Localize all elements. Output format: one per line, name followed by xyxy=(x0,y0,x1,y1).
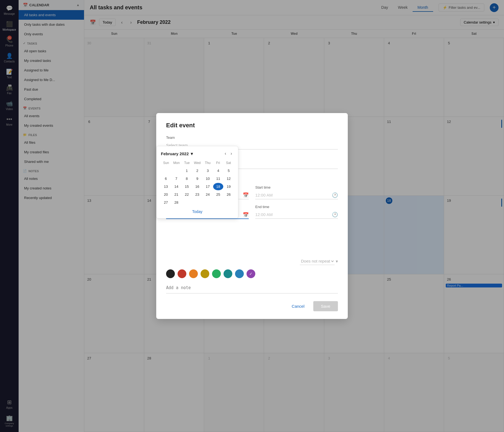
dp-day-14[interactable]: 14 xyxy=(171,183,181,190)
dp-day-13[interactable]: 13 xyxy=(161,183,171,190)
dp-day-23[interactable]: 23 xyxy=(192,191,202,198)
datepicker-month-label[interactable]: February 2022 ▼ xyxy=(161,151,194,156)
color-olive[interactable] xyxy=(201,269,209,278)
dp-weekday-sun: Sun xyxy=(161,160,171,166)
team-label: Team xyxy=(166,136,338,140)
dp-day-27[interactable]: 27 xyxy=(161,199,171,206)
dp-weekday-sat: Sat xyxy=(223,160,234,166)
cancel-button[interactable]: Cancel xyxy=(287,302,309,311)
datepicker-nav: ‹ › xyxy=(223,151,234,157)
color-red[interactable] xyxy=(178,269,186,278)
dp-day-3[interactable]: 3 xyxy=(203,167,213,174)
end-time-wrap: 🕐 xyxy=(255,211,338,219)
datepicker-dropdown-icon: ▼ xyxy=(190,151,194,156)
dp-day-12[interactable]: 12 xyxy=(224,175,234,182)
dp-weekday-wed: Wed xyxy=(192,160,202,166)
dp-day-22[interactable]: 22 xyxy=(182,191,192,198)
note-group xyxy=(166,284,338,295)
dp-day-17[interactable]: 17 xyxy=(203,183,213,190)
dp-day-15[interactable]: 15 xyxy=(182,183,192,190)
end-time-clock-icon: 🕐 xyxy=(332,212,338,218)
start-time-input[interactable] xyxy=(255,191,338,199)
dp-day-7[interactable]: 7 xyxy=(171,175,181,182)
dp-day-empty3 xyxy=(182,199,192,206)
start-time-label: Start time xyxy=(255,185,338,189)
modal-title: Edit event xyxy=(166,122,338,129)
color-purple[interactable] xyxy=(247,269,255,278)
dp-day-empty4 xyxy=(192,199,202,206)
modal-footer: Cancel Save xyxy=(166,301,338,311)
dp-day-25[interactable]: 25 xyxy=(213,191,223,198)
datepicker-prev-button[interactable]: ‹ xyxy=(223,151,228,157)
color-orange[interactable] xyxy=(189,269,198,278)
dp-day-empty6 xyxy=(213,199,223,206)
dp-day-20[interactable]: 20 xyxy=(161,191,171,198)
color-picker-row xyxy=(166,269,338,278)
color-green[interactable] xyxy=(212,269,221,278)
dp-weekday-tue: Tue xyxy=(182,160,192,166)
dp-day-28[interactable]: 28 xyxy=(171,199,181,206)
datepicker-next-button[interactable]: › xyxy=(229,151,234,157)
dp-day-10[interactable]: 10 xyxy=(203,175,213,182)
dp-day-5[interactable]: 5 xyxy=(224,167,234,174)
dp-day-2[interactable]: 2 xyxy=(192,167,202,174)
dp-day-19[interactable]: 19 xyxy=(224,183,234,190)
dp-day-24[interactable]: 24 xyxy=(203,191,213,198)
datepicker-header: February 2022 ▼ ‹ › xyxy=(161,151,234,157)
color-black[interactable] xyxy=(166,269,175,278)
edit-event-modal: Edit event Team Event title All day Star… xyxy=(156,113,348,319)
repeats-select[interactable]: Does not repeat xyxy=(300,257,335,265)
dp-day-16[interactable]: 16 xyxy=(192,183,202,190)
datepicker-weekdays: Sun Mon Tue Wed Thu Fri Sat xyxy=(161,160,234,166)
dp-weekday-mon: Mon xyxy=(171,160,182,166)
color-blue[interactable] xyxy=(235,269,244,278)
start-time-wrap: 🕐 xyxy=(255,191,338,199)
dp-day-empty1 xyxy=(161,167,171,174)
dp-day-empty2 xyxy=(171,167,181,174)
end-date-calendar-icon[interactable]: 📅 xyxy=(243,212,249,218)
dp-day-9[interactable]: 9 xyxy=(192,175,202,182)
datepicker-today-button[interactable]: Today xyxy=(161,209,234,214)
note-input[interactable] xyxy=(166,284,338,293)
dp-day-8[interactable]: 8 xyxy=(182,175,192,182)
repeats-row: Does not repeat ▾ xyxy=(166,257,338,265)
dp-day-11[interactable]: 11 xyxy=(213,175,223,182)
datepicker-popup: February 2022 ▼ ‹ › Sun Mon Tue Wed Thu … xyxy=(156,146,238,218)
end-time-group: End time 🕐 xyxy=(255,205,338,219)
dp-day-empty7 xyxy=(224,199,234,206)
dp-day-26[interactable]: 26 xyxy=(224,191,234,198)
start-time-group: Start time 🕐 xyxy=(255,185,338,199)
modal-overlay[interactable]: Edit event Team Event title All day Star… xyxy=(0,0,504,432)
end-time-input[interactable] xyxy=(255,211,338,219)
save-button[interactable]: Save xyxy=(313,301,338,311)
datepicker-days: 1 2 3 4 5 6 7 8 9 10 11 12 13 14 15 16 1… xyxy=(161,167,234,206)
dp-day-18[interactable]: 18 xyxy=(213,183,223,190)
dp-weekday-fri: Fri xyxy=(213,160,223,166)
dp-day-21[interactable]: 21 xyxy=(171,191,181,198)
start-date-calendar-icon[interactable]: 📅 xyxy=(243,192,249,198)
dp-weekday-thu: Thu xyxy=(202,160,213,166)
dp-day-empty5 xyxy=(203,199,213,206)
dp-day-1[interactable]: 1 xyxy=(182,167,192,174)
end-time-label: End time xyxy=(255,205,338,209)
start-time-clock-icon: 🕐 xyxy=(332,192,338,198)
repeats-group: Does not repeat ▾ xyxy=(166,257,338,265)
repeats-dropdown-icon: ▾ xyxy=(336,259,338,264)
dp-day-6[interactable]: 6 xyxy=(161,175,171,182)
dp-day-4[interactable]: 4 xyxy=(213,167,223,174)
color-teal[interactable] xyxy=(224,269,232,278)
